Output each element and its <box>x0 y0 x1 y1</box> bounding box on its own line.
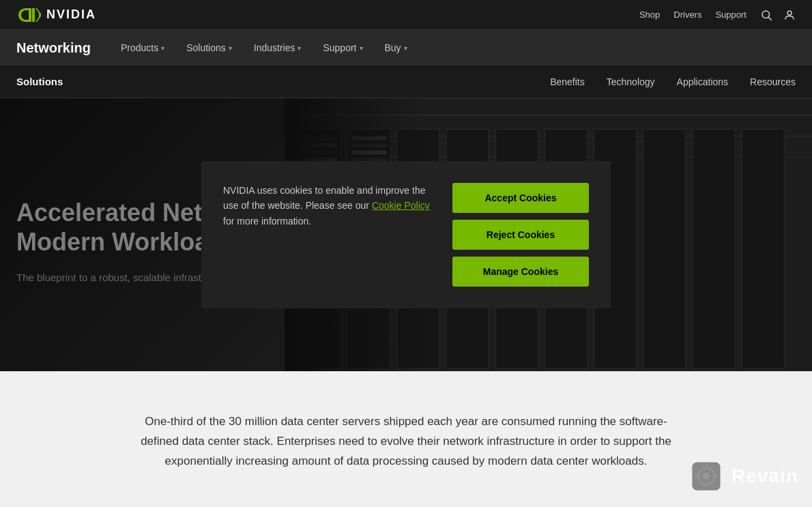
content-text: One-third of the 30 million data center … <box>133 412 679 472</box>
nav-support-label: Support <box>323 42 356 53</box>
nvidia-logo-icon <box>16 6 41 24</box>
manage-cookies-button[interactable]: Manage Cookies <box>452 257 589 287</box>
svg-line-2 <box>768 17 771 20</box>
cookie-message-suffix: for more information. <box>223 216 311 227</box>
nav-item-support[interactable]: Support ▾ <box>313 30 372 66</box>
main-nav: Networking Products ▾ Solutions ▾ Indust… <box>0 30 812 66</box>
cookie-overlay: NVIDIA uses cookies to enable and improv… <box>0 98 812 371</box>
user-icon <box>783 9 796 21</box>
support-chevron-icon: ▾ <box>360 44 363 52</box>
accept-cookies-button[interactable]: Accept Cookies <box>452 183 589 213</box>
svg-rect-0 <box>32 8 35 22</box>
nav-item-buy[interactable]: Buy ▾ <box>375 30 417 66</box>
nav-item-products[interactable]: Products ▾ <box>111 30 174 66</box>
industries-chevron-icon: ▾ <box>298 44 301 52</box>
search-button[interactable] <box>760 9 772 21</box>
cookie-text: NVIDIA uses cookies to enable and improv… <box>223 183 436 229</box>
products-chevron-icon: ▾ <box>161 44 164 52</box>
cookie-dialog: NVIDIA uses cookies to enable and improv… <box>201 161 611 308</box>
support-link[interactable]: Support <box>715 10 746 20</box>
svg-point-33 <box>703 473 710 480</box>
sub-nav-applications[interactable]: Applications <box>677 74 729 90</box>
top-bar: NVIDIA Shop Drivers Support <box>0 0 812 30</box>
nvidia-wordmark: NVIDIA <box>46 8 96 22</box>
drivers-link[interactable]: Drivers <box>673 10 701 20</box>
sub-nav-technology[interactable]: Technology <box>607 74 655 90</box>
nvidia-logo[interactable]: NVIDIA <box>16 6 96 24</box>
sub-nav-title: Solutions <box>16 76 63 87</box>
revain-logo-icon <box>689 459 723 493</box>
nav-item-solutions[interactable]: Solutions ▾ <box>177 30 242 66</box>
sub-nav-benefits[interactable]: Benefits <box>550 74 585 90</box>
top-bar-icons <box>760 9 796 21</box>
cookie-buttons: Accept Cookies Reject Cookies Manage Coo… <box>452 183 589 287</box>
nav-solutions-label: Solutions <box>186 42 226 53</box>
svg-point-3 <box>787 11 792 15</box>
cookie-policy-link[interactable]: Cookie Policy <box>372 200 430 211</box>
sub-nav-resources[interactable]: Resources <box>750 74 796 90</box>
shop-link[interactable]: Shop <box>639 10 660 20</box>
top-bar-right: Shop Drivers Support <box>639 9 796 21</box>
nav-industries-label: Industries <box>254 42 295 53</box>
nav-item-industries[interactable]: Industries ▾ <box>244 30 311 66</box>
search-icon <box>760 9 772 21</box>
user-button[interactable] <box>783 9 796 21</box>
sub-nav-items: Benefits Technology Applications Resourc… <box>550 74 796 90</box>
revain-watermark: Revain <box>689 459 798 493</box>
nav-buy-label: Buy <box>385 42 401 53</box>
reject-cookies-button[interactable]: Reject Cookies <box>452 220 589 250</box>
sub-nav: Solutions Benefits Technology Applicatio… <box>0 66 812 98</box>
revain-label: Revain <box>731 465 798 487</box>
nav-items: Products ▾ Solutions ▾ Industries ▾ Supp… <box>111 30 417 66</box>
solutions-chevron-icon: ▾ <box>229 44 232 52</box>
nav-brand: Networking <box>16 40 91 56</box>
top-bar-left: NVIDIA <box>16 6 96 24</box>
nav-products-label: Products <box>121 42 158 53</box>
hero-section: Accelerated Networks for Modern Workload… <box>0 98 812 371</box>
buy-chevron-icon: ▾ <box>404 44 407 52</box>
